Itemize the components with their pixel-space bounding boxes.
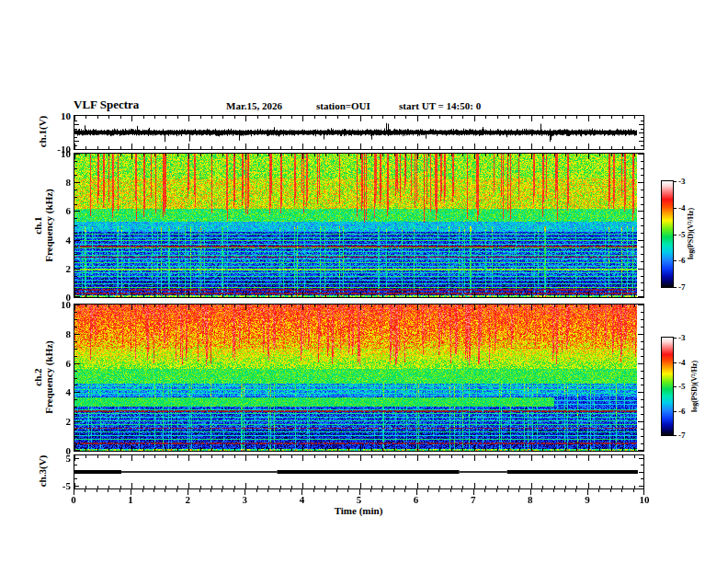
colorbar-tick-label: -5 <box>678 382 686 391</box>
x-tick-label: 4 <box>292 494 311 505</box>
colorbar-tick-mark <box>673 260 677 261</box>
x-tick-label: 6 <box>407 494 426 505</box>
y-tick-label: 10 <box>46 148 71 159</box>
x-tick-label: 9 <box>578 494 597 505</box>
y-tick-label: 2 <box>46 263 71 274</box>
colorbar-tick-label: -4 <box>678 203 686 213</box>
x-tick-label: 7 <box>464 494 483 505</box>
y-tick-label: 10 <box>46 299 71 310</box>
colorbar-tick-label: -6 <box>678 256 686 265</box>
y-tick-label: 6 <box>46 205 71 216</box>
x-tick-label: 5 <box>350 494 369 505</box>
y-tick-label: -5 <box>46 480 71 491</box>
x-tick-label: 0 <box>64 494 83 505</box>
colorbar-tick-label: -7 <box>678 431 686 440</box>
colorbar-ch1 <box>661 180 674 288</box>
x-tick-label: 3 <box>235 494 254 505</box>
colorbar-tick-label: -3 <box>678 177 686 186</box>
colorbar-tick-mark <box>673 386 677 387</box>
colorbar-tick-mark <box>673 411 677 412</box>
colorbar-tick-label: -7 <box>678 282 686 292</box>
colorbar-tick-mark <box>673 338 677 339</box>
colorbar-tick-label: -4 <box>678 358 686 367</box>
ch1-spectrogram-canvas <box>74 153 644 298</box>
x-tick-label: 2 <box>178 494 197 505</box>
y-tick-label: 10 <box>46 110 71 121</box>
colorbar-tick-label: -3 <box>678 333 686 342</box>
plot-start-ut: start UT = 14:50: 0 <box>399 100 481 111</box>
ch2-frequency-unit-label: Frequency (kHz) <box>43 327 54 428</box>
y-tick-label: 5 <box>46 453 71 464</box>
y-tick-label: 6 <box>46 358 71 369</box>
colorbar-ch1-label: log(PSD)(V²/Hz) <box>687 190 696 278</box>
colorbar-tick-mark <box>673 287 677 288</box>
ch2-channel-label: ch.2 <box>32 327 43 428</box>
colorbar-tick-mark <box>673 235 677 236</box>
colorbar-tick-label: -5 <box>678 230 686 239</box>
colorbar-tick-mark <box>673 435 677 436</box>
ch3-waveform-canvas <box>74 454 644 489</box>
ch2-frequency-axis-label: ch.2 Frequency (kHz) <box>32 327 54 428</box>
plot-station: station=OUI <box>316 100 370 111</box>
colorbar-ch2-label: log(PSD)(V²/Hz) <box>690 342 700 431</box>
colorbar-tick-mark <box>673 362 677 363</box>
x-tick-label: 8 <box>521 494 540 505</box>
x-tick-label: 1 <box>121 494 140 505</box>
ch1-channel-label: ch.1 <box>32 175 43 276</box>
ch1-frequency-axis-label: ch.1 Frequency (kHz) <box>32 175 54 276</box>
colorbar-tick-label: -6 <box>678 407 686 416</box>
x-tick-label: 10 <box>635 494 654 505</box>
ch1-frequency-unit-label: Frequency (kHz) <box>43 175 54 276</box>
colorbar-ch2 <box>661 337 674 436</box>
ch2-spectrogram-canvas <box>74 304 644 452</box>
y-tick-label: 8 <box>46 328 71 339</box>
plot-date: Mar.15, 2026 <box>226 100 282 111</box>
y-tick-label: 4 <box>46 386 71 397</box>
vlf-spectra-plot: VLF Spectra Mar.15, 2026 station=OUI sta… <box>0 0 728 563</box>
colorbar-tick-mark <box>673 181 677 182</box>
plot-title: VLF Spectra <box>74 98 139 112</box>
colorbar-tick-mark <box>673 208 677 209</box>
y-tick-label: 8 <box>46 177 71 188</box>
x-axis-title: Time (min) <box>303 505 414 516</box>
y-tick-label: 2 <box>46 416 71 427</box>
ch1-waveform-canvas <box>74 115 644 150</box>
y-tick-label: 4 <box>46 235 71 246</box>
